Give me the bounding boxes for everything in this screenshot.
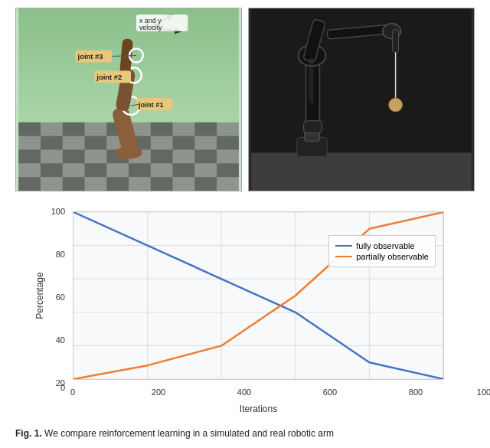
- fully-observable-label: fully observable: [356, 241, 414, 250]
- chart-area: fully observable partially observable: [73, 211, 444, 380]
- x-label-1000: 1000: [477, 388, 490, 397]
- x-label-800: 800: [409, 388, 423, 397]
- svg-text:joint #2: joint #2: [96, 73, 122, 81]
- svg-rect-8: [84, 136, 106, 150]
- svg-rect-61: [309, 57, 314, 103]
- figure-caption: Fig. 1. We compare reinforcement learnin…: [15, 424, 475, 440]
- svg-rect-58: [393, 30, 399, 53]
- fully-observable-line-sample: [335, 245, 352, 247]
- svg-rect-49: [251, 152, 472, 191]
- y-label-100: 100: [31, 207, 65, 216]
- svg-rect-5: [151, 123, 173, 136]
- svg-rect-3: [63, 123, 85, 136]
- y-label-0: 0: [31, 383, 65, 392]
- svg-rect-23: [63, 177, 85, 191]
- top-section: x and y velocity joint #1 joint #2 joint…: [15, 8, 475, 191]
- chart-section: Percentage 100 80 60 40 20 0: [15, 198, 475, 424]
- main-container: x and y velocity joint #1 joint #2 joint…: [0, 0, 490, 448]
- x-axis-title: Iterations: [73, 404, 444, 414]
- fig-label: Fig. 1.: [15, 428, 42, 439]
- y-label-40: 40: [31, 335, 65, 345]
- svg-rect-21: [217, 163, 239, 177]
- svg-rect-22: [18, 177, 41, 191]
- svg-text:velocity: velocity: [139, 24, 162, 31]
- legend-partially-observable: partially observable: [335, 252, 429, 261]
- svg-rect-20: [173, 163, 195, 177]
- svg-rect-13: [63, 149, 85, 163]
- x-label-400: 400: [237, 388, 251, 397]
- partially-observable-label: partially observable: [356, 252, 429, 261]
- svg-rect-24: [106, 177, 129, 191]
- y-label-80: 80: [31, 250, 65, 259]
- x-label-600: 600: [323, 388, 337, 397]
- legend-fully-observable: fully observable: [335, 241, 429, 250]
- svg-rect-15: [151, 149, 173, 163]
- svg-text:joint #1: joint #1: [138, 100, 164, 109]
- svg-rect-18: [84, 163, 106, 177]
- svg-rect-2: [18, 123, 41, 136]
- svg-rect-53: [304, 121, 322, 133]
- svg-rect-19: [129, 163, 151, 177]
- x-label-200: 200: [152, 388, 165, 397]
- y-label-60: 60: [31, 293, 65, 302]
- svg-rect-7: [41, 136, 63, 150]
- svg-rect-17: [41, 163, 63, 177]
- chart-wrapper: Percentage 100 80 60 40 20 0: [31, 204, 459, 418]
- svg-rect-26: [194, 177, 217, 191]
- svg-rect-12: [18, 149, 41, 163]
- svg-point-60: [389, 98, 403, 112]
- simulation-image: x and y velocity joint #1 joint #2 joint…: [15, 8, 242, 191]
- svg-rect-6: [194, 123, 217, 136]
- partially-observable-line-sample: [335, 256, 352, 257]
- svg-rect-25: [151, 177, 173, 191]
- chart-legend: fully observable partially observable: [328, 235, 436, 267]
- x-label-0: 0: [70, 388, 75, 397]
- caption-text: We compare reinforcement learning in a s…: [44, 428, 334, 439]
- svg-rect-16: [194, 149, 217, 163]
- svg-rect-11: [217, 136, 239, 150]
- svg-rect-10: [173, 136, 195, 150]
- svg-text:joint #3: joint #3: [77, 52, 103, 60]
- real-robot-image: [248, 8, 475, 191]
